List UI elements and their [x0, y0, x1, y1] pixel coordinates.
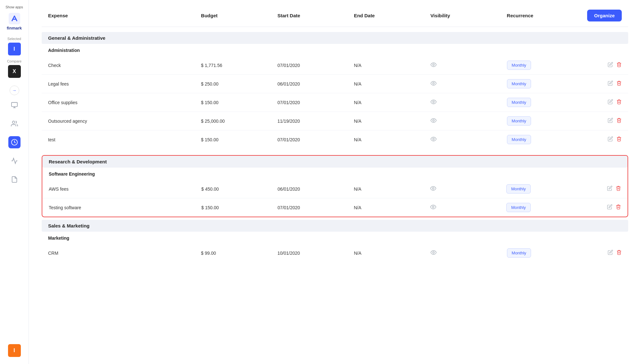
selected-avatar[interactable]: I	[8, 43, 21, 55]
delete-button[interactable]	[616, 204, 621, 211]
col-start-date: Start Date	[277, 13, 354, 18]
section-group: General & AdministrativeAdministration C…	[42, 32, 628, 149]
nav-expenses-icon[interactable]	[8, 136, 21, 148]
end-date-cell: N/A	[354, 251, 430, 256]
col-visibility: Visibility	[430, 13, 507, 18]
actions-cell	[608, 99, 622, 106]
visibility-icon[interactable]	[430, 204, 506, 211]
svg-point-8	[433, 138, 434, 140]
edit-button[interactable]	[608, 118, 613, 125]
table-row: Outsourced agency $ 25,000.00 11/19/2020…	[42, 112, 628, 130]
svg-rect-1	[11, 103, 17, 107]
table-row: Office supplies $ 150.00 07/01/2020 N/A …	[42, 93, 628, 112]
nav-document-icon[interactable]	[8, 173, 21, 186]
selected-section: Selected I	[0, 37, 29, 55]
recurrence-badge[interactable]: Monthly	[507, 98, 531, 107]
visibility-icon[interactable]	[430, 186, 506, 192]
recurrence-cell: Monthly	[506, 203, 583, 212]
compare-label: Compare	[7, 59, 21, 63]
budget-cell: $ 150.00	[201, 100, 277, 105]
visibility-icon[interactable]	[430, 118, 507, 124]
recurrence-badge[interactable]: Monthly	[507, 61, 531, 70]
nav-monitor-icon[interactable]	[8, 99, 21, 111]
start-date-cell: 07/01/2020	[277, 137, 354, 142]
delete-button[interactable]	[616, 62, 622, 69]
actions-cell	[608, 136, 622, 143]
visibility-icon[interactable]	[430, 62, 507, 69]
end-date-cell: N/A	[354, 63, 430, 68]
visibility-icon[interactable]	[430, 136, 507, 143]
delete-button[interactable]	[616, 136, 622, 143]
organize-button[interactable]: Organize	[587, 10, 622, 21]
recurrence-badge[interactable]: Monthly	[507, 79, 531, 88]
main-content: Expense Budget Start Date End Date Visib…	[29, 0, 641, 364]
edit-button[interactable]	[608, 80, 613, 87]
actions-cell	[608, 118, 622, 125]
edit-button[interactable]	[607, 186, 612, 193]
recurrence-badge[interactable]: Monthly	[507, 116, 531, 126]
recurrence-cell: Monthly	[507, 248, 583, 258]
delete-button[interactable]	[616, 186, 621, 193]
end-date-cell: N/A	[354, 100, 430, 105]
edit-button[interactable]	[608, 62, 613, 69]
recurrence-badge[interactable]: Monthly	[507, 248, 531, 258]
start-date-cell: 07/01/2020	[278, 205, 354, 210]
visibility-icon[interactable]	[430, 99, 507, 106]
expense-cell: test	[48, 137, 201, 142]
table-row: test $ 150.00 07/01/2020 N/A Monthly	[42, 130, 628, 149]
visibility-icon[interactable]	[430, 250, 507, 256]
start-date-cell: 07/01/2020	[277, 63, 354, 68]
edit-button[interactable]	[607, 204, 612, 211]
delete-button[interactable]	[616, 118, 622, 125]
nav-people-icon[interactable]	[8, 118, 21, 130]
selected-label: Selected	[7, 37, 21, 41]
compare-section: Compare X	[0, 59, 29, 78]
delete-button[interactable]	[616, 80, 622, 87]
finmark-logo-icon	[9, 13, 20, 24]
expense-cell: AWS fees	[49, 186, 201, 192]
delete-button[interactable]	[616, 99, 622, 106]
sidebar-bottom: I	[8, 341, 21, 360]
edit-button[interactable]	[608, 250, 613, 257]
recurrence-cell: Monthly	[507, 135, 583, 144]
recurrence-badge[interactable]: Monthly	[506, 184, 531, 194]
expense-cell: Office supplies	[48, 100, 201, 105]
actions-cell	[608, 80, 622, 87]
col-budget: Budget	[201, 13, 277, 18]
budget-cell: $ 150.00	[201, 137, 277, 142]
recurrence-badge[interactable]: Monthly	[507, 135, 531, 144]
visibility-icon[interactable]	[430, 80, 507, 87]
expense-cell: Legal fees	[48, 81, 201, 87]
edit-button[interactable]	[608, 99, 613, 106]
svg-point-9	[433, 187, 434, 189]
budget-cell: $ 1,771.56	[201, 63, 277, 68]
section-header: General & Administrative	[42, 32, 628, 44]
section-header: Sales & Marketing	[42, 220, 628, 232]
expense-cell: CRM	[48, 251, 201, 256]
recurrence-badge[interactable]: Monthly	[506, 203, 531, 212]
actions-cell	[607, 204, 621, 211]
start-date-cell: 06/01/2020	[278, 186, 354, 192]
show-apps-button[interactable]: Show apps	[4, 4, 25, 10]
app-name: finmark	[7, 26, 22, 30]
start-date-cell: 06/01/2020	[277, 81, 354, 87]
compare-avatar[interactable]: X	[8, 65, 21, 78]
actions-cell	[607, 186, 621, 193]
table-header: Expense Budget Start Date End Date Visib…	[42, 10, 628, 27]
table-row: Testing software $ 150.00 07/01/2020 N/A…	[42, 198, 628, 217]
recurrence-cell: Monthly	[507, 61, 583, 70]
col-end-date: End Date	[354, 13, 430, 18]
nav-chart-icon[interactable]	[8, 155, 21, 167]
delete-button[interactable]	[616, 250, 622, 257]
end-date-cell: N/A	[354, 81, 430, 87]
end-date-cell: N/A	[354, 205, 430, 210]
user-avatar[interactable]: I	[8, 344, 21, 357]
subsection-header: Marketing	[42, 232, 628, 244]
edit-button[interactable]	[608, 136, 613, 143]
sidebar: Show apps finmark Selected I Compare X →	[0, 0, 29, 364]
col-expense: Expense	[48, 13, 201, 18]
actions-cell	[608, 250, 622, 257]
col-recurrence: Recurrence	[507, 13, 583, 18]
sidebar-toggle-button[interactable]: →	[10, 86, 19, 95]
expense-cell: Outsourced agency	[48, 119, 201, 124]
